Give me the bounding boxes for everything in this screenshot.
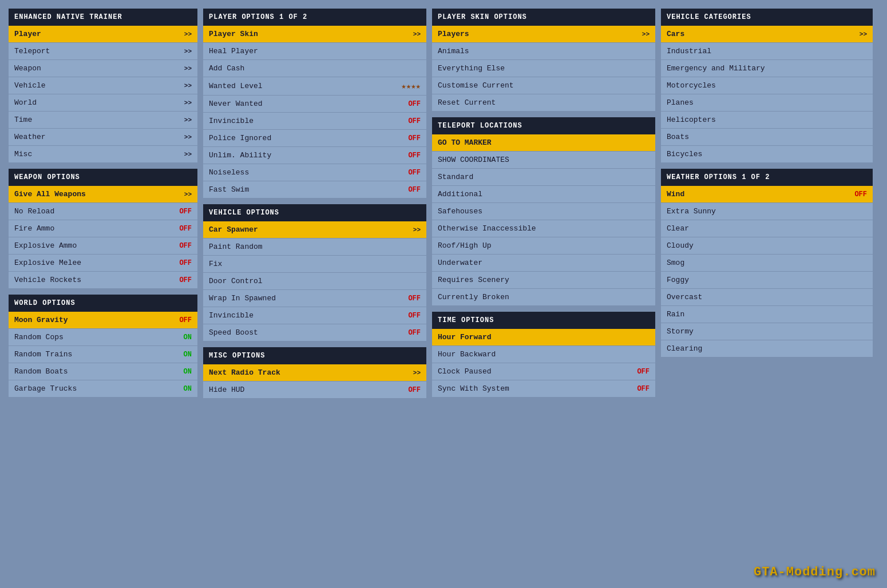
badge-on: ON xyxy=(184,333,192,341)
menu-item-motorcycles[interactable]: Motorcycles xyxy=(661,77,873,94)
menu-item-smog[interactable]: Smog xyxy=(661,255,873,272)
menu-item-time[interactable]: Time >> xyxy=(9,112,197,129)
menu-item-helicopters[interactable]: Helicopters xyxy=(661,112,873,129)
menu-item-reset-current[interactable]: Reset Current xyxy=(432,94,655,112)
menu-item-clearing[interactable]: Clearing xyxy=(661,340,873,357)
menu-item-players[interactable]: Players >> xyxy=(432,26,655,43)
badge-off: OFF xyxy=(408,186,421,194)
menu-item-underwater[interactable]: Underwater xyxy=(432,255,655,272)
main-panel-header: ENHANCED NATIVE TRAINER xyxy=(9,9,197,26)
menu-item-safehouses[interactable]: Safehouses xyxy=(432,203,655,220)
menu-item-bicycles[interactable]: Bicycles xyxy=(661,146,873,163)
item-label: Roof/High Up xyxy=(438,241,492,250)
menu-item-speed-boost[interactable]: Speed Boost OFF xyxy=(203,324,426,341)
menu-item-fix[interactable]: Fix xyxy=(203,256,426,273)
arrow-icon: >> xyxy=(642,31,650,38)
menu-item-police-ignored[interactable]: Police Ignored OFF xyxy=(203,130,426,147)
menu-item-door-control[interactable]: Door Control xyxy=(203,273,426,290)
item-label: Emergency and Military xyxy=(667,64,765,73)
menu-item-otherwise-inaccessible[interactable]: Otherwise Inaccessible xyxy=(432,220,655,237)
menu-item-vehicle-invincible[interactable]: Invincible OFF xyxy=(203,307,426,324)
item-label: Cloudy xyxy=(667,241,694,250)
item-label: Vehicle Rockets xyxy=(14,276,81,284)
menu-item-boats[interactable]: Boats xyxy=(661,129,873,146)
menu-item-vehicle[interactable]: Vehicle >> xyxy=(9,77,197,94)
menu-item-paint-random[interactable]: Paint Random xyxy=(203,239,426,256)
menu-item-heal-player[interactable]: Heal Player xyxy=(203,43,426,60)
menu-item-wrap-in-spawned[interactable]: Wrap In Spawned OFF xyxy=(203,290,426,307)
menu-item-weather[interactable]: Weather >> xyxy=(9,129,197,146)
menu-item-weapon[interactable]: Weapon >> xyxy=(9,60,197,77)
menu-item-next-radio-track[interactable]: Next Radio Track >> xyxy=(203,364,426,382)
menu-item-stormy[interactable]: Stormy xyxy=(661,323,873,340)
menu-item-overcast[interactable]: Overcast xyxy=(661,289,873,306)
menu-item-everything-else[interactable]: Everything Else xyxy=(432,60,655,77)
menu-item-random-cops[interactable]: Random Cops ON xyxy=(9,329,197,346)
stars-display: ★★★★ xyxy=(401,81,421,91)
menu-item-car-spawner[interactable]: Car Spawner >> xyxy=(203,221,426,239)
item-label: Smog xyxy=(667,259,684,267)
weapon-panel: WEAPON OPTIONS Give All Weapons >> No Re… xyxy=(9,169,197,289)
menu-item-requires-scenery[interactable]: Requires Scenery xyxy=(432,272,655,289)
menu-item-industrial[interactable]: Industrial xyxy=(661,43,873,60)
item-label: Player Skin xyxy=(209,30,258,38)
menu-item-customise-current[interactable]: Customise Current xyxy=(432,77,655,94)
menu-item-clock-paused[interactable]: Clock Paused OFF xyxy=(432,363,655,380)
item-label: Time xyxy=(14,116,32,124)
menu-item-teleport[interactable]: Teleport >> xyxy=(9,43,197,60)
menu-item-misc[interactable]: Misc >> xyxy=(9,146,197,163)
menu-item-unlim-ability[interactable]: Unlim. Ability OFF xyxy=(203,147,426,164)
menu-item-currently-broken[interactable]: Currently Broken xyxy=(432,289,655,306)
menu-item-planes[interactable]: Planes xyxy=(661,94,873,112)
badge-off: OFF xyxy=(637,385,650,393)
menu-item-player[interactable]: Player >> xyxy=(9,26,197,43)
menu-item-give-all-weapons[interactable]: Give All Weapons >> xyxy=(9,186,197,203)
menu-item-clear[interactable]: Clear xyxy=(661,220,873,237)
item-label: Motorcycles xyxy=(667,81,716,90)
menu-item-player-skin[interactable]: Player Skin >> xyxy=(203,26,426,43)
menu-item-cloudy[interactable]: Cloudy xyxy=(661,237,873,255)
menu-item-emergency-military[interactable]: Emergency and Military xyxy=(661,60,873,77)
menu-item-extra-sunny[interactable]: Extra Sunny xyxy=(661,203,873,220)
menu-item-invincible[interactable]: Invincible OFF xyxy=(203,113,426,130)
menu-item-vehicle-rockets[interactable]: Vehicle Rockets OFF xyxy=(9,272,197,289)
menu-item-no-reload[interactable]: No Reload OFF xyxy=(9,203,197,220)
menu-item-wind[interactable]: Wind OFF xyxy=(661,186,873,203)
menu-item-wanted-level[interactable]: Wanted Level ★★★★ xyxy=(203,77,426,96)
menu-item-world[interactable]: World >> xyxy=(9,94,197,112)
menu-item-roof-high-up[interactable]: Roof/High Up xyxy=(432,237,655,255)
menu-item-sync-with-system[interactable]: Sync With System OFF xyxy=(432,380,655,398)
menu-item-hour-forward[interactable]: Hour Forward xyxy=(432,329,655,346)
menu-item-additional[interactable]: Additional xyxy=(432,186,655,203)
menu-item-explosive-ammo[interactable]: Explosive Ammo OFF xyxy=(9,237,197,255)
world-panel: WORLD OPTIONS Moon Gravity OFF Random Co… xyxy=(9,295,197,398)
menu-item-hide-hud[interactable]: Hide HUD OFF xyxy=(203,382,426,399)
menu-item-never-wanted[interactable]: Never Wanted OFF xyxy=(203,96,426,113)
menu-item-random-trains[interactable]: Random Trains ON xyxy=(9,346,197,363)
menu-item-cars[interactable]: Cars >> xyxy=(661,26,873,43)
menu-item-rain[interactable]: Rain xyxy=(661,306,873,323)
menu-item-go-to-marker[interactable]: GO TO MARKER xyxy=(432,134,655,152)
menu-item-foggy[interactable]: Foggy xyxy=(661,272,873,289)
menu-item-standard[interactable]: Standard xyxy=(432,169,655,186)
menu-item-show-coordinates[interactable]: SHOW COORDINATES xyxy=(432,152,655,169)
main-panel: ENHANCED NATIVE TRAINER Player >> Telepo… xyxy=(9,9,197,163)
item-label: Currently Broken xyxy=(438,293,509,301)
menu-item-random-boats[interactable]: Random Boats ON xyxy=(9,363,197,380)
item-label: Clock Paused xyxy=(438,367,492,376)
menu-item-hour-backward[interactable]: Hour Backward xyxy=(432,346,655,363)
menu-item-fire-ammo[interactable]: Fire Ammo OFF xyxy=(9,220,197,237)
item-label: Overcast xyxy=(667,293,702,301)
menu-item-add-cash[interactable]: Add Cash xyxy=(203,60,426,77)
menu-item-moon-gravity[interactable]: Moon Gravity OFF xyxy=(9,312,197,329)
vehicle-panel-header: VEHICLE OPTIONS xyxy=(203,204,426,221)
item-label: SHOW COORDINATES xyxy=(438,156,509,164)
arrow-icon: >> xyxy=(413,31,421,38)
menu-item-animals[interactable]: Animals xyxy=(432,43,655,60)
menu-item-garbage-trucks[interactable]: Garbage Trucks ON xyxy=(9,380,197,398)
menu-item-explosive-melee[interactable]: Explosive Melee OFF xyxy=(9,255,197,272)
item-label: Hour Forward xyxy=(438,333,492,341)
item-label: Wanted Level xyxy=(209,82,263,90)
menu-item-fast-swim[interactable]: Fast Swim OFF xyxy=(203,181,426,198)
menu-item-noiseless[interactable]: Noiseless OFF xyxy=(203,164,426,181)
